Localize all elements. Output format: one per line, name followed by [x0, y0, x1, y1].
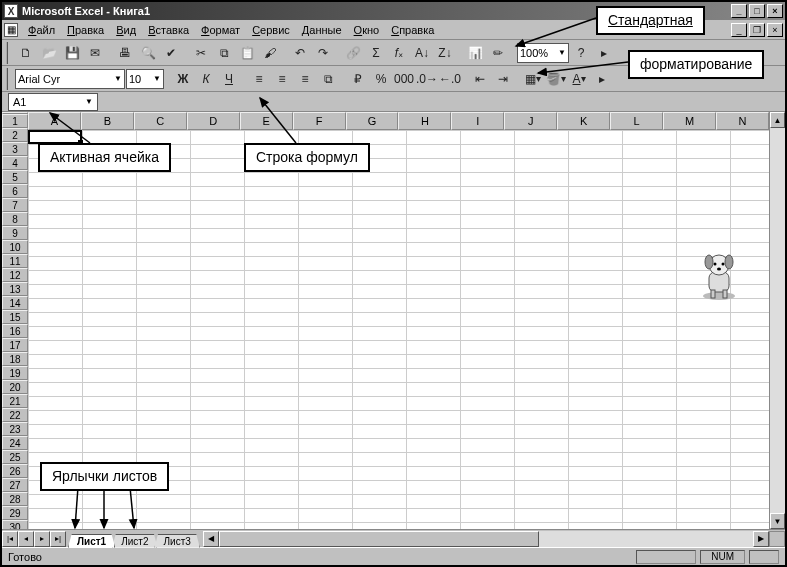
menu-вид[interactable]: Вид: [110, 22, 142, 38]
close-button[interactable]: ×: [767, 4, 783, 18]
row-header[interactable]: 24: [2, 436, 28, 450]
row-header[interactable]: 16: [2, 324, 28, 338]
align-center-icon[interactable]: ≡: [271, 68, 293, 90]
borders-icon[interactable]: ▦▾: [522, 68, 544, 90]
row-header[interactable]: 2: [2, 128, 28, 142]
align-left-icon[interactable]: ≡: [248, 68, 270, 90]
column-header[interactable]: A: [28, 112, 81, 130]
tab-first-icon[interactable]: |◂: [2, 531, 18, 547]
font-combo[interactable]: Arial Cyr ▼: [15, 69, 125, 89]
column-header[interactable]: B: [81, 112, 134, 130]
menu-правка[interactable]: Правка: [61, 22, 110, 38]
menu-формат[interactable]: Формат: [195, 22, 246, 38]
decrease-decimal-icon[interactable]: ←.0: [439, 68, 461, 90]
row-header[interactable]: 8: [2, 212, 28, 226]
scroll-track[interactable]: [770, 128, 785, 513]
row-header[interactable]: 27: [2, 478, 28, 492]
print-icon[interactable]: 🖶: [114, 42, 136, 64]
currency-icon[interactable]: ₽: [347, 68, 369, 90]
row-header[interactable]: 4: [2, 156, 28, 170]
row-header[interactable]: 11: [2, 254, 28, 268]
maximize-button[interactable]: □: [749, 4, 765, 18]
resize-grip-icon[interactable]: [769, 531, 785, 547]
column-header[interactable]: I: [451, 112, 504, 130]
minimize-button[interactable]: _: [731, 4, 747, 18]
hyperlink-icon[interactable]: 🔗: [342, 42, 364, 64]
menu-данные[interactable]: Данные: [296, 22, 348, 38]
column-header[interactable]: D: [187, 112, 240, 130]
toolbar-more-icon[interactable]: ▸: [593, 42, 615, 64]
office-assistant-icon[interactable]: [697, 250, 741, 302]
row-header[interactable]: 13: [2, 282, 28, 296]
sort-desc-icon[interactable]: Z↓: [434, 42, 456, 64]
undo-icon[interactable]: ↶: [289, 42, 311, 64]
menu-справка[interactable]: Справка: [385, 22, 440, 38]
column-header[interactable]: E: [240, 112, 293, 130]
row-header[interactable]: 12: [2, 268, 28, 282]
column-header[interactable]: G: [346, 112, 399, 130]
spellcheck-icon[interactable]: ✔: [160, 42, 182, 64]
percent-icon[interactable]: %: [370, 68, 392, 90]
row-header[interactable]: 26: [2, 464, 28, 478]
font-color-icon[interactable]: A▾: [568, 68, 590, 90]
column-header[interactable]: K: [557, 112, 610, 130]
vertical-scrollbar[interactable]: ▲ ▼: [769, 112, 785, 529]
font-size-combo[interactable]: 10 ▼: [126, 69, 164, 89]
sheet-tab[interactable]: Лист1: [68, 534, 115, 548]
increase-decimal-icon[interactable]: .0→: [416, 68, 438, 90]
active-cell-cursor[interactable]: [28, 130, 82, 144]
horizontal-scrollbar[interactable]: ◀ ▶: [203, 531, 769, 547]
column-header[interactable]: N: [716, 112, 769, 130]
sort-asc-icon[interactable]: A↓: [411, 42, 433, 64]
help-icon[interactable]: ?: [570, 42, 592, 64]
row-header[interactable]: 23: [2, 422, 28, 436]
increase-indent-icon[interactable]: ⇥: [492, 68, 514, 90]
row-header[interactable]: 7: [2, 198, 28, 212]
redo-icon[interactable]: ↷: [312, 42, 334, 64]
row-header[interactable]: 25: [2, 450, 28, 464]
row-header[interactable]: 3: [2, 142, 28, 156]
column-header[interactable]: H: [398, 112, 451, 130]
new-icon[interactable]: 🗋: [15, 42, 37, 64]
format-painter-icon[interactable]: 🖌: [259, 42, 281, 64]
toolbar-grip[interactable]: [6, 68, 12, 90]
save-icon[interactable]: 💾: [61, 42, 83, 64]
scroll-left-icon[interactable]: ◀: [203, 531, 219, 547]
open-icon[interactable]: 📂: [38, 42, 60, 64]
toolbar-grip[interactable]: [6, 42, 12, 64]
row-header[interactable]: 20: [2, 380, 28, 394]
paste-icon[interactable]: 📋: [236, 42, 258, 64]
sheet-tab[interactable]: Лист3: [154, 534, 199, 548]
bold-icon[interactable]: Ж: [172, 68, 194, 90]
doc-close-button[interactable]: ×: [767, 23, 783, 37]
row-header[interactable]: 1: [2, 114, 28, 128]
scroll-up-icon[interactable]: ▲: [770, 112, 785, 128]
tab-next-icon[interactable]: ▸: [34, 531, 50, 547]
row-header[interactable]: 28: [2, 492, 28, 506]
menu-вставка[interactable]: Вставка: [142, 22, 195, 38]
fill-color-icon[interactable]: 🪣▾: [545, 68, 567, 90]
underline-icon[interactable]: Ч: [218, 68, 240, 90]
preview-icon[interactable]: 🔍: [137, 42, 159, 64]
tab-prev-icon[interactable]: ◂: [18, 531, 34, 547]
menu-файл[interactable]: Файл: [22, 22, 61, 38]
zoom-combo[interactable]: 100% ▼: [517, 43, 569, 63]
drawing-icon[interactable]: ✏: [487, 42, 509, 64]
row-header[interactable]: 14: [2, 296, 28, 310]
autosum-icon[interactable]: Σ: [365, 42, 387, 64]
row-header[interactable]: 22: [2, 408, 28, 422]
scroll-thumb[interactable]: [219, 531, 540, 547]
merge-center-icon[interactable]: ⧉: [317, 68, 339, 90]
copy-icon[interactable]: ⧉: [213, 42, 235, 64]
comma-icon[interactable]: 000: [393, 68, 415, 90]
row-header[interactable]: 29: [2, 506, 28, 520]
scroll-right-icon[interactable]: ▶: [753, 531, 769, 547]
mail-icon[interactable]: ✉: [84, 42, 106, 64]
column-header[interactable]: M: [663, 112, 716, 130]
column-header[interactable]: J: [504, 112, 557, 130]
row-header[interactable]: 15: [2, 310, 28, 324]
scroll-down-icon[interactable]: ▼: [770, 513, 785, 529]
decrease-indent-icon[interactable]: ⇤: [469, 68, 491, 90]
italic-icon[interactable]: К: [195, 68, 217, 90]
row-header[interactable]: 17: [2, 338, 28, 352]
